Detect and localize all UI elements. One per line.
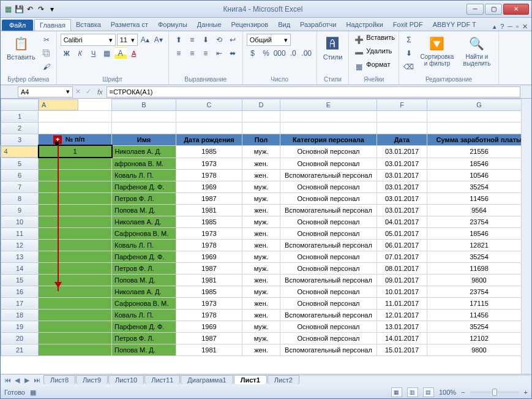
cell-name[interactable]: Николаев А. Д. xyxy=(112,216,176,227)
cell-gender[interactable]: жен. xyxy=(242,158,280,169)
minimize-ribbon-icon[interactable]: ▴ xyxy=(493,23,496,31)
cell-gender[interactable]: муж. xyxy=(242,332,280,344)
cell-category[interactable]: Основной персонал xyxy=(280,332,377,344)
cell-sum[interactable]: 23754 xyxy=(427,216,531,227)
cell-birth[interactable]: 1985 xyxy=(176,286,242,297)
close-button[interactable]: ✕ xyxy=(503,4,529,15)
cell-num[interactable] xyxy=(39,239,112,251)
ribbon-tab-6[interactable]: Вид xyxy=(273,19,295,31)
row-header-6[interactable]: 6 xyxy=(1,169,39,181)
italic-icon[interactable]: К xyxy=(74,47,86,59)
macro-record-icon[interactable]: ▦ xyxy=(30,389,36,397)
ribbon-tab-3[interactable]: Формулы xyxy=(153,19,192,31)
cell-sum[interactable]: 35254 xyxy=(427,321,531,332)
horizontal-scrollbar[interactable] xyxy=(299,375,531,386)
ribbon-tab-5[interactable]: Рецензиров xyxy=(227,19,274,31)
table-header[interactable]: № п/п xyxy=(39,134,112,145)
table-header[interactable]: Имя xyxy=(112,134,176,145)
cell-gender[interactable]: жен. xyxy=(242,227,280,239)
cell[interactable] xyxy=(176,110,242,122)
cell-birth[interactable]: 1985 xyxy=(176,216,242,227)
cell-gender[interactable]: жен. xyxy=(242,309,280,321)
vertical-scrollbar[interactable] xyxy=(521,99,531,374)
cell-category[interactable]: Основной персонал xyxy=(280,321,377,332)
undo-icon[interactable]: ↶ xyxy=(25,4,35,14)
cell-date[interactable]: 03.01.2017 xyxy=(377,181,427,192)
cell-category[interactable]: Основной персонал xyxy=(280,145,377,158)
format-painter-icon[interactable]: 🖌 xyxy=(40,61,53,73)
ribbon-tab-9[interactable]: Foxit PDF xyxy=(388,19,428,31)
cell-num[interactable] xyxy=(39,227,112,239)
normal-view-icon[interactable]: ▦ xyxy=(391,387,402,397)
cell-birth[interactable]: 1981 xyxy=(176,204,242,216)
number-format-select[interactable]: Общий▾ xyxy=(247,34,291,46)
cell-name[interactable]: Петров Ф. Л. xyxy=(112,332,176,344)
grow-font-icon[interactable]: A▴ xyxy=(139,34,151,46)
cell-date[interactable]: 03.01.2017 xyxy=(377,192,427,204)
cell-sum[interactable]: 35254 xyxy=(427,181,531,192)
formula-input[interactable]: =СТРОКА(A1) xyxy=(107,86,520,97)
cell-gender[interactable]: муж. xyxy=(242,192,280,204)
cell-num[interactable] xyxy=(39,286,112,297)
fx-icon[interactable]: fx xyxy=(94,88,107,96)
cell-gender[interactable]: жен. xyxy=(242,297,280,309)
row-header-12[interactable]: 12 xyxy=(1,239,39,251)
ribbon-tab-4[interactable]: Данные xyxy=(192,19,227,31)
cell-num[interactable] xyxy=(39,216,112,227)
cell-category[interactable]: Вспомогательный персонал xyxy=(280,274,377,286)
cell-num[interactable]: 1 xyxy=(39,145,112,158)
file-tab[interactable]: Файл xyxy=(2,20,33,31)
cell-gender[interactable]: муж. xyxy=(242,262,280,274)
find-select-button[interactable]: 🔍 Найти и выделить xyxy=(459,34,495,68)
cell-gender[interactable]: жен. xyxy=(242,274,280,286)
col-header-C[interactable]: C xyxy=(176,99,242,111)
cell[interactable] xyxy=(112,122,176,134)
cell-birth[interactable]: 1973 xyxy=(176,297,242,309)
ribbon-tab-8[interactable]: Надстройки xyxy=(341,19,388,31)
zoom-in-icon[interactable]: + xyxy=(524,389,528,396)
table-header[interactable]: Пол xyxy=(242,134,280,145)
align-left-icon[interactable]: ≡ xyxy=(173,47,185,59)
cell-date[interactable]: 09.01.2017 xyxy=(377,274,427,286)
cell-date[interactable]: 04.01.2017 xyxy=(377,216,427,227)
font-name-select[interactable]: Calibri▾ xyxy=(61,34,116,46)
currency-icon[interactable]: $ xyxy=(247,47,259,59)
cell-num[interactable] xyxy=(39,262,112,274)
ribbon-tab-2[interactable]: Разметка ст xyxy=(106,19,153,31)
ribbon-tab-10[interactable]: ABBYY PDF T xyxy=(428,19,481,31)
help-icon[interactable]: ? xyxy=(500,23,504,31)
cell-num[interactable] xyxy=(39,309,112,321)
worksheet-grid[interactable]: ABCDEFG123№ п/пИмяДата рожденияПолКатего… xyxy=(1,99,531,374)
cell-birth[interactable]: 1978 xyxy=(176,239,242,251)
prev-sheet-icon[interactable]: ◀ xyxy=(13,376,21,384)
row-header-11[interactable]: 11 xyxy=(1,227,39,239)
save-icon[interactable]: 💾 xyxy=(14,4,24,14)
sheet-tab[interactable]: Лист9 xyxy=(76,375,108,384)
cell-gender[interactable]: муж. xyxy=(242,145,280,158)
cell-sum[interactable]: 21556 xyxy=(427,145,531,158)
col-header-G[interactable]: G xyxy=(427,99,531,111)
page-break-view-icon[interactable]: ▤ xyxy=(423,387,434,397)
fill-color-icon[interactable]: A xyxy=(114,47,127,59)
cell-category[interactable]: Основной персонал xyxy=(280,251,377,262)
cell-birth[interactable]: 1969 xyxy=(176,321,242,332)
cell-num[interactable] xyxy=(39,274,112,286)
cell-name[interactable]: Парфенов Д. Ф. xyxy=(112,251,176,262)
cell-gender[interactable]: жен. xyxy=(242,169,280,181)
row-header-1[interactable]: 1 xyxy=(1,110,39,122)
sheet-tab[interactable]: Лист1 xyxy=(234,375,267,384)
comma-icon[interactable]: 000 xyxy=(274,47,286,59)
cell-name[interactable]: Парфенов Д. Ф. xyxy=(112,321,176,332)
sort-filter-button[interactable]: 🔽 Сортировка и фильтр xyxy=(418,34,457,68)
cell-num[interactable] xyxy=(39,297,112,309)
row-header-21[interactable]: 21 xyxy=(1,344,39,355)
cell-sum[interactable]: 17115 xyxy=(427,297,531,309)
cell-name[interactable]: Коваль Л. П. xyxy=(112,309,176,321)
cell-sum[interactable]: 18546 xyxy=(427,158,531,169)
col-header-corner[interactable] xyxy=(1,99,39,111)
cell-category[interactable]: Вспомогательный персонал xyxy=(280,239,377,251)
cell-sum[interactable]: 11456 xyxy=(427,309,531,321)
cell-birth[interactable]: 1973 xyxy=(176,158,242,169)
cell-birth[interactable]: 1978 xyxy=(176,309,242,321)
cell-gender[interactable]: муж. xyxy=(242,216,280,227)
